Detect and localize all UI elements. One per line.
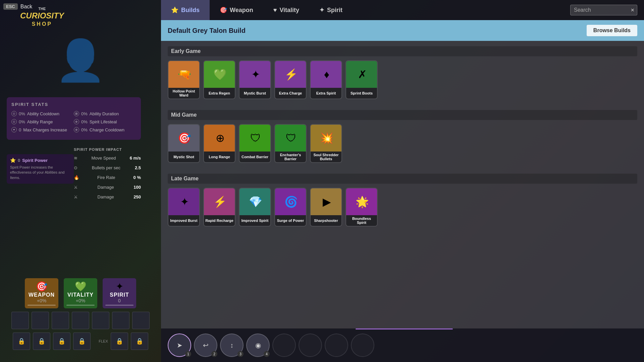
stat-ability-cooldown: ⊙ 0% Ability Cooldown [11, 111, 74, 116]
spirit-power-description: Spirit Power increases the effectiveness… [10, 165, 70, 180]
item-mystic-burst[interactable]: ✦ Mystic Burst [239, 60, 271, 99]
early-game-label: Early Game [168, 46, 637, 56]
charge-cooldown-icon: ⊗ [74, 127, 79, 132]
ability-slot-3[interactable]: ↕ 3 [220, 334, 244, 357]
lock-icon-3: 🔒 [58, 338, 65, 345]
weapon-slot-2[interactable] [32, 312, 49, 329]
tab-spirit[interactable]: ✦ Spirit [309, 0, 353, 20]
empty-slot-3 [325, 334, 348, 357]
item-sprint-boots[interactable]: ✗ Sprint Boots [345, 60, 378, 99]
item-combat-barrier[interactable]: 🛡 Combat Barrier [239, 124, 271, 163]
spirit-stat-box[interactable]: ✦ SPIRIT 0 [103, 278, 136, 308]
item-slots-weapon [11, 312, 150, 329]
item-extra-regen[interactable]: 💚 Extra Regen [203, 60, 235, 99]
item-rapid-recharge[interactable]: ⚡ Rapid Recharge [203, 188, 235, 227]
tab-weapon[interactable]: 🎯 Weapon [210, 0, 263, 20]
weapon-tab-label: Weapon [230, 7, 253, 14]
hollow-point-ward-icon: 🔫 [168, 61, 200, 88]
item-improved-burst[interactable]: ✦ Improved Burst [168, 188, 200, 227]
vitality-slot-2[interactable] [92, 312, 109, 329]
item-mystic-shot[interactable]: 🎯 Mystic Shot [168, 124, 200, 163]
character-portrait: 👤 [7, 27, 154, 94]
tab-builds[interactable]: ⭐ Builds [161, 0, 210, 20]
ability-slot-4[interactable]: ◉ 4 [246, 334, 270, 357]
ability-3-icon: ↕ [230, 342, 233, 349]
bottom-left-panel: 🎯 WEAPON +0% 💚 VITALITY +0% ✦ SPIRIT 0 🔒… [0, 275, 161, 362]
stat-ability-duration: ⊠ 0% Ability Duration [74, 111, 136, 116]
weapon-slot-5[interactable]: 🔒 [33, 333, 50, 350]
extra-charge-icon: ⚡ [275, 61, 307, 88]
improved-spirit-icon: 💎 [239, 188, 271, 215]
sprint-boots-icon: ✗ [346, 61, 378, 88]
item-sharpshooter[interactable]: ▶ Sharpshooter [310, 188, 342, 227]
vitality-slot-4[interactable]: 🔒 [53, 333, 70, 350]
back-label: Back [20, 4, 33, 10]
ability-2-icon: ↩ [203, 341, 209, 349]
weapon-bar [28, 305, 56, 306]
ability-duration-icon: ⊠ [74, 111, 79, 116]
item-soul-shredder-bullets[interactable]: 💥 Soul Shredder Bullets [310, 124, 342, 163]
ability-slot-2[interactable]: ↩ 2 [194, 334, 217, 357]
item-long-range[interactable]: ⊕ Long Range [203, 124, 235, 163]
vitality-slot-1[interactable] [72, 312, 89, 329]
empty-slot-1 [272, 334, 296, 357]
spirit-value: 0 [105, 298, 133, 303]
item-enchanters-barrier[interactable]: 🛡 Enchanter's Barrier [274, 124, 307, 163]
shop-logo: THE CURIOSITY SHOP [20, 7, 64, 27]
ability-slot-1[interactable]: ➤ 1 [168, 334, 191, 357]
vitality-stat-box[interactable]: 💚 VITALITY +0% [64, 278, 97, 308]
ability-cooldown-icon: ⊙ [11, 111, 17, 116]
vitality-slot-3[interactable] [112, 312, 129, 329]
sharpshooter-name: Sharpshooter [311, 215, 341, 226]
close-icon[interactable]: ✕ [631, 7, 635, 13]
sharpshooter-icon: ▶ [311, 188, 342, 215]
vitality-slot-5[interactable]: 🔒 [73, 333, 91, 350]
lock-icon-5: 🔒 [116, 338, 123, 345]
vitality-value: +0% [66, 298, 95, 303]
mid-game-label: Mid Game [168, 110, 637, 120]
item-extra-charge[interactable]: ⚡ Extra Charge [274, 60, 307, 99]
flex-slot-1[interactable]: 🔒 [111, 333, 128, 350]
damage-stat-1: ⚔ Damage 100 [74, 183, 141, 191]
weapon-slot-4[interactable]: 🔒 [13, 333, 30, 350]
late-game-section: Late Game ✦ Improved Burst ⚡ Rapid Recha… [161, 168, 644, 232]
extra-spirit-name: Extra Spirit [311, 88, 341, 99]
enchanters-barrier-name: Enchanter's Barrier [275, 152, 306, 162]
boundless-spirit-icon: 🌟 [346, 188, 378, 215]
item-hollow-point-ward[interactable]: 🔫 Hollow Point Ward [168, 60, 200, 99]
flex-label: FLEX [99, 339, 108, 343]
mystic-burst-name: Mystic Burst [239, 88, 270, 99]
improved-spirit-name: Improved Spirit [239, 215, 270, 226]
item-extra-spirit[interactable]: ♦ Extra Spirit [310, 60, 342, 99]
weapon-stat-box[interactable]: 🎯 WEAPON +0% [25, 278, 58, 308]
ability-bar-indicator [356, 328, 453, 329]
browse-builds-button[interactable]: Browse Builds [587, 25, 637, 36]
rapid-recharge-name: Rapid Recharge [204, 215, 235, 226]
early-game-section: Early Game 🔫 Hollow Point Ward 💚 Extra R… [161, 41, 644, 105]
back-button[interactable]: ESC Back [3, 3, 32, 10]
spirit-label: SPIRIT [105, 292, 133, 298]
stat-ability-range: ⊙ 0% Ability Range [11, 119, 74, 124]
weapon-slot-3[interactable] [52, 312, 69, 329]
spirit-slot-1[interactable] [132, 312, 150, 329]
ability-3-number: 3 [237, 351, 244, 357]
ability-1-icon: ➤ [177, 341, 182, 349]
extra-regen-name: Extra Regen [204, 88, 235, 99]
tab-vitality[interactable]: ♥ Vitality [263, 0, 309, 20]
weapon-slot-1[interactable] [11, 312, 29, 329]
combat-barrier-icon: 🛡 [239, 125, 271, 152]
flex-slot-2[interactable]: 🔒 [131, 333, 148, 350]
surge-of-power-name: Surge of Power [275, 215, 306, 226]
mid-game-items: 🎯 Mystic Shot ⊕ Long Range 🛡 Combat Barr… [168, 124, 637, 163]
extra-spirit-icon: ♦ [311, 61, 342, 88]
build-title: Default Grey Talon Build [168, 27, 246, 35]
item-boundless-spirit[interactable]: 🌟 Boundless Spirit [345, 188, 378, 227]
spirit-tab-icon: ✦ [319, 6, 324, 14]
item-improved-spirit[interactable]: 💎 Improved Spirit [239, 188, 271, 227]
search-input[interactable] [570, 5, 637, 15]
hollow-point-ward-name: Hollow Point Ward [168, 88, 199, 99]
combat-stats: SPIRIT POWER IMPACT ≋ Move Speed 6 m/s ⊙… [74, 147, 141, 203]
item-surge-of-power[interactable]: 🌀 Surge of Power [274, 188, 307, 227]
mid-game-section: Mid Game 🎯 Mystic Shot ⊕ Long Range 🛡 Co… [161, 105, 644, 168]
esc-badge: ESC [3, 3, 18, 10]
